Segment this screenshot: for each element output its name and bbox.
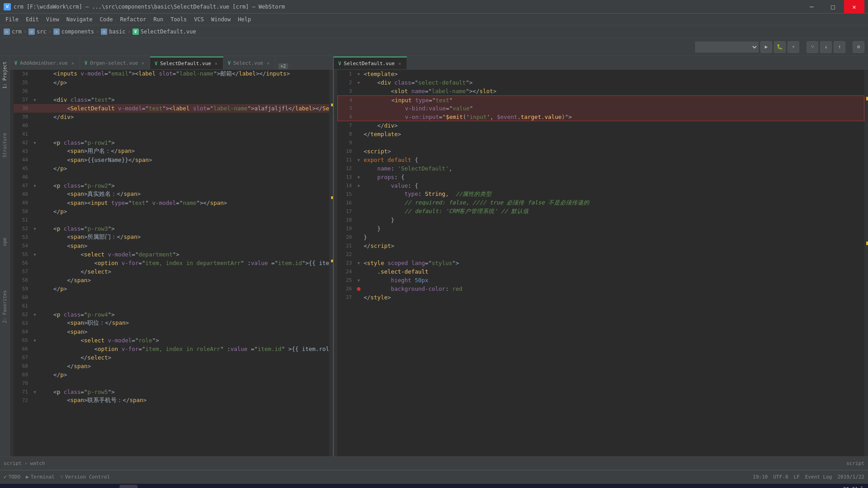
terminal-icon: ▶ (26, 474, 29, 480)
right-tab-label: SelectDefault.vue (344, 61, 395, 66)
run-config-select[interactable] (695, 42, 759, 52)
r-code-line-12: 12 name: 'SelectDefault', (337, 164, 864, 173)
menu-help[interactable]: Help (234, 15, 255, 24)
coverage-button[interactable]: ⚡ (787, 41, 799, 53)
breadcrumb-sep-2: › (48, 28, 52, 35)
breadcrumb-basic-label: basic (109, 28, 125, 35)
settings-button[interactable]: ⚙ (853, 41, 864, 53)
bottom-script-label: script (4, 460, 22, 466)
right-code-lines: 1 ▼ <template> 2 ▼ <div class="select-de… (337, 70, 864, 302)
vue-icon: V (14, 61, 17, 66)
menu-run[interactable]: Run (150, 15, 167, 24)
maximize-button[interactable]: □ (823, 0, 843, 14)
breadcrumb-file[interactable]: V SelectDefault.vue (133, 28, 196, 35)
breadcrumb-sep-1: › (24, 28, 27, 35)
menu-edit[interactable]: Edit (22, 15, 43, 24)
breadcrumb-src[interactable]: ⊞ src (28, 28, 47, 35)
folder-icon-3: ⊞ (53, 28, 60, 35)
taskbar-file-explorer[interactable]: 📁 (81, 485, 100, 488)
title-bar-left: W crm [F:\wcdaWork\crm] – ...\src\compon… (4, 3, 285, 10)
vcs-status[interactable]: ⑂ Version Control (60, 474, 110, 480)
scroll-marker-3 (331, 260, 333, 262)
tab-close-3[interactable]: ✕ (214, 61, 218, 66)
taskbar-search[interactable]: 🔍 (24, 485, 43, 488)
menu-vcs[interactable]: VCS (190, 15, 208, 24)
structure-tab[interactable]: Structure (1, 129, 9, 161)
status-encoding: UTF-8 (773, 474, 788, 480)
git-push[interactable]: ↑ (834, 41, 845, 53)
status-time: 19:10 (753, 474, 768, 480)
show-desktop[interactable] (861, 486, 863, 488)
taskbar-chrome[interactable]: ● (138, 485, 157, 488)
folder-icon-2: ⊞ (28, 28, 35, 35)
overflow-badge[interactable]: +2 (278, 63, 288, 69)
vcs-icon: ⑂ (60, 474, 63, 480)
breadcrumb-basic[interactable]: ⊞ basic (101, 28, 125, 35)
npm-tab[interactable]: npm (1, 234, 9, 250)
code-line-53: 53 <span>所属部门：</span> (14, 233, 329, 242)
taskbar-clock[interactable]: 20:51 2019/1/22 (831, 486, 858, 488)
tab-select[interactable]: V Select.vue ✕ (223, 57, 275, 69)
terminal-status[interactable]: ▶ Terminal (26, 474, 55, 480)
run-button[interactable]: ▶ (760, 41, 772, 53)
tab-add-admin[interactable]: V AddAdminUser.vue ✕ (10, 57, 80, 69)
error-dot (357, 287, 360, 291)
menu-code[interactable]: Code (96, 15, 117, 24)
favorites-tab[interactable]: 2: Favorites (1, 287, 9, 327)
todo-status[interactable]: ✓ TODO (4, 474, 20, 480)
breadcrumb-crm[interactable]: ⊞ crm (4, 28, 22, 35)
side-panel: 1: Project Structure npm 2: Favorites (0, 56, 10, 456)
menu-refactor[interactable]: Refactor (116, 15, 150, 24)
code-line-69: 69 </p> (14, 370, 329, 379)
vue-icon-right: V (338, 61, 341, 66)
code-line-39: 39 </div> (14, 113, 329, 121)
event-log[interactable]: Event Log (805, 474, 832, 480)
code-line-66: 66 <option v-for="item, index in roleArr… (14, 345, 329, 353)
git-button[interactable]: ⑂ (806, 41, 818, 53)
debug-button[interactable]: 🐛 (774, 41, 786, 53)
tab-label-4: Select.vue (233, 60, 263, 66)
r-code-line-4: 4 <input type="text" (337, 95, 864, 104)
start-button[interactable]: ⊞ (2, 484, 24, 488)
menu-window[interactable]: Window (208, 15, 234, 24)
minimize-button[interactable]: ─ (802, 0, 822, 14)
title-controls[interactable]: ─ □ ✕ (802, 0, 864, 14)
menu-file[interactable]: File (2, 15, 22, 24)
taskbar-app1[interactable]: 📧 (100, 485, 119, 488)
r-code-line-27: 27 </style> (337, 293, 864, 302)
menu-bar: File Edit View Navigate Code Refactor Ru… (0, 14, 868, 25)
project-tab[interactable]: 1: Project (1, 58, 9, 92)
tab-close[interactable]: ✕ (71, 60, 75, 66)
taskbar-edge[interactable]: 🌐 (62, 485, 81, 488)
code-line-37: 37 ▼ <div class="test"> (14, 95, 329, 104)
code-line-41: 41 (14, 130, 329, 138)
code-line-70: 70 (14, 379, 329, 388)
code-line-35: 35 </p> (14, 78, 329, 87)
taskbar-task-view[interactable]: ⊡ (43, 485, 62, 488)
tab-organ-select[interactable]: V Organ-select.vue ✕ (80, 57, 150, 69)
tab-close-2[interactable]: ✕ (141, 60, 145, 66)
right-tab-close[interactable]: ✕ (398, 61, 402, 66)
breadcrumb-components[interactable]: ⊞ components (53, 28, 94, 35)
toolbar: ▶ 🐛 ⚡ ⑂ ↓ ↑ ⚙ (0, 38, 868, 56)
code-line-59: 59 </p> (14, 284, 329, 293)
code-line-63: 63 <span>职位：</span> (14, 319, 329, 327)
right-breadcrumb: script (846, 460, 864, 466)
code-line-46: 46 (14, 173, 329, 181)
scroll-marker-2 (331, 196, 333, 199)
git-update[interactable]: ↓ (820, 41, 832, 53)
menu-view[interactable]: View (43, 15, 63, 24)
breadcrumb-sep-3: › (96, 28, 99, 35)
close-button[interactable]: ✕ (844, 0, 864, 14)
vue-icon-2: V (85, 61, 87, 66)
code-line-58: 58 </span> (14, 276, 329, 284)
right-tab-select-default[interactable]: V SelectDefault.vue ✕ (334, 57, 407, 69)
taskbar-webstorm[interactable]: W (119, 485, 138, 488)
r-code-line-23: 23 ▼ <style scoped lang="stylus"> (337, 259, 864, 267)
status-date: 2019/1/22 (837, 474, 864, 480)
menu-navigate[interactable]: Navigate (63, 15, 96, 24)
taskbar-app3[interactable]: 📄 (157, 485, 175, 488)
menu-tools[interactable]: Tools (167, 15, 190, 24)
tab-close-4[interactable]: ✕ (266, 60, 270, 66)
tab-select-default[interactable]: V SelectDefault.vue ✕ (150, 57, 223, 69)
